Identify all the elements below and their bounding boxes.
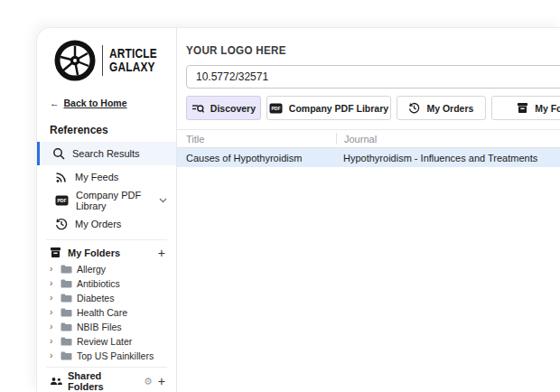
caret-right-icon[interactable]: › [50, 337, 56, 346]
back-to-home-label: Back to Home [64, 98, 127, 108]
caret-right-icon[interactable]: › [50, 279, 56, 288]
folder-label: NBIB Files [77, 322, 122, 332]
history-icon [408, 102, 420, 114]
folder-list: › Allergy › Antibiotics › Diabetes › [37, 262, 176, 363]
folder-item-diabetes[interactable]: › Diabetes [37, 291, 176, 305]
caret-right-icon[interactable]: › [50, 351, 56, 360]
caret-right-icon[interactable]: › [50, 322, 56, 331]
sidebar-item-search-results[interactable]: Search Results [37, 142, 176, 165]
search-icon [52, 147, 65, 160]
sidebar: ARTICLE GALAXY ← Back to Home References… [37, 28, 177, 392]
sidebar-nav: Search Results My Feeds [37, 142, 176, 236]
add-folder-button[interactable]: + [158, 247, 165, 259]
folder-item-health-care[interactable]: › Health Care [37, 305, 176, 320]
users-icon [50, 377, 62, 386]
folder-item-review-later[interactable]: › Review Later [37, 334, 176, 349]
folder-label: Allergy [77, 264, 106, 275]
brand-name: ARTICLE GALAXY [109, 47, 157, 75]
sidebar-item-label: My Orders [75, 219, 121, 229]
caret-right-icon[interactable]: › [50, 294, 56, 303]
galaxy-logo-icon [54, 40, 96, 81]
folder-icon [61, 337, 72, 346]
table-header: Title Journal [177, 129, 560, 148]
column-header-title[interactable]: Title [177, 134, 336, 145]
folder-icon [61, 308, 72, 317]
sidebar-item-label: Search Results [72, 148, 140, 159]
tab-label: My Orders [426, 103, 473, 114]
archive-box-icon [50, 247, 61, 258]
archive-box-icon [517, 102, 528, 114]
gear-icon[interactable]: ⚙ [144, 376, 153, 387]
tab-my-orders[interactable]: My Orders [397, 96, 486, 120]
folder-icon [61, 279, 72, 288]
shared-folders-header[interactable]: Shared Folders ⚙ + [37, 370, 176, 392]
cell-journal: Hypothyroidism - Influences and Treatmen… [336, 153, 560, 163]
results-table: Title Journal Causes of Hypothyroidism H… [177, 129, 560, 167]
tab-label: Company PDF Library [289, 103, 388, 114]
folder-label: Review Later [77, 336, 132, 347]
page: ARTICLE GALAXY ← Back to Home References… [0, 0, 560, 392]
main-tabs: Discovery PDF Company PDF Library [186, 96, 560, 120]
chevron-down-icon[interactable] [159, 198, 167, 203]
folder-item-antibiotics[interactable]: › Antibiotics [37, 276, 176, 291]
column-header-journal[interactable]: Journal [336, 133, 560, 145]
tab-discovery[interactable]: Discovery [186, 96, 261, 120]
folder-icon [61, 294, 72, 303]
customer-logo-placeholder: YOUR LOGO HERE [186, 43, 560, 58]
app-window: ARTICLE GALAXY ← Back to Home References… [36, 27, 560, 392]
tab-label: Discovery [210, 103, 256, 114]
tab-label: My Folders [535, 103, 560, 114]
arrow-left-icon: ← [50, 98, 60, 108]
main-content: YOUR LOGO HERE Discovery [177, 28, 560, 392]
folder-item-nbib-files[interactable]: › NBIB Files [37, 320, 176, 334]
svg-text:PDF: PDF [271, 106, 280, 111]
doi-search-input[interactable] [186, 65, 560, 89]
table-row[interactable]: Causes of Hypothyroidism Hypothyroidism … [177, 148, 560, 167]
add-shared-folder-button[interactable]: + [158, 375, 165, 387]
filter-search-icon [191, 103, 204, 114]
brand-divider [102, 45, 103, 76]
pdf-icon: PDF [269, 103, 283, 114]
folder-icon [61, 322, 72, 331]
shared-folders-label: Shared Folders [68, 370, 138, 392]
folder-item-allergy[interactable]: › Allergy [37, 262, 176, 276]
caret-right-icon[interactable]: › [50, 265, 56, 274]
svg-text:PDF: PDF [58, 198, 67, 203]
folder-label: Health Care [77, 307, 127, 318]
sidebar-item-label: Company PDF Library [76, 190, 145, 211]
sidebar-item-my-feeds[interactable]: My Feeds [37, 165, 176, 189]
caret-right-icon[interactable]: › [50, 308, 56, 317]
folder-label: Diabetes [77, 293, 114, 303]
sidebar-item-my-orders[interactable]: My Orders [37, 212, 176, 236]
sidebar-divider [46, 239, 167, 240]
references-heading: References [50, 124, 176, 136]
sidebar-divider [46, 367, 167, 368]
tab-company-pdf-library[interactable]: PDF Company PDF Library [266, 96, 391, 120]
folder-icon [61, 265, 72, 274]
folder-item-top-us-painkillers[interactable]: › Top US Painkillers [37, 349, 176, 363]
folder-label: Antibiotics [77, 278, 120, 289]
history-icon [55, 218, 68, 230]
cell-title: Causes of Hypothyroidism [177, 153, 336, 163]
rss-icon [55, 171, 68, 183]
pdf-icon: PDF [55, 195, 69, 206]
my-folders-header[interactable]: My Folders + [37, 244, 176, 263]
sidebar-item-label: My Feeds [75, 172, 118, 182]
my-folders-label: My Folders [68, 247, 152, 258]
tab-my-folders[interactable]: My Folders [491, 96, 560, 120]
folder-icon [61, 351, 72, 360]
back-to-home-link[interactable]: ← Back to Home [50, 98, 176, 109]
sidebar-item-company-pdf-library[interactable]: PDF Company PDF Library [37, 189, 176, 212]
brand-logo: ARTICLE GALAXY [37, 39, 176, 83]
folder-label: Top US Painkillers [77, 350, 154, 361]
